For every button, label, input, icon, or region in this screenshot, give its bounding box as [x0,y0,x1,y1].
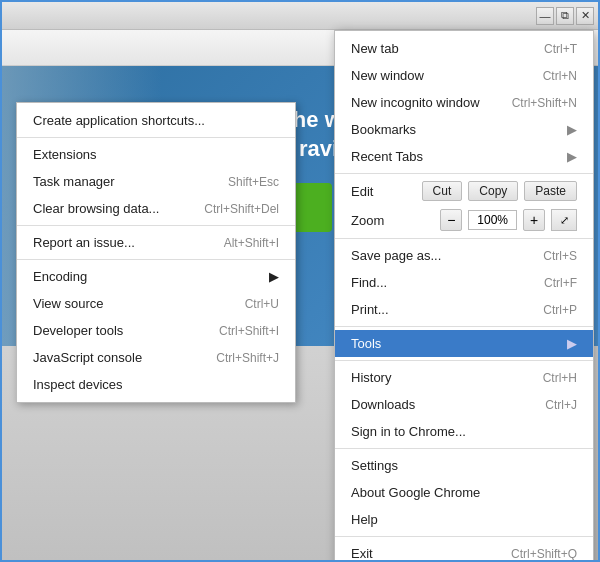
zoom-label: Zoom [351,213,384,228]
task-manager-label: Task manager [33,174,115,189]
exit-label: Exit [351,546,373,561]
new-window-item[interactable]: New window Ctrl+N [335,62,593,89]
recent-tabs-item[interactable]: Recent Tabs ▶ [335,143,593,170]
print-label: Print... [351,302,389,317]
history-shortcut: Ctrl+H [543,371,577,385]
new-incognito-label: New incognito window [351,95,480,110]
javascript-console-shortcut: Ctrl+Shift+J [216,351,279,365]
minimize-button[interactable]: — [536,7,554,25]
bookmarks-arrow-icon: ▶ [567,122,577,137]
find-item[interactable]: Find... Ctrl+F [335,269,593,296]
exit-shortcut: Ctrl+Shift+Q [511,547,577,561]
separator [17,137,295,138]
paste-button[interactable]: Paste [524,181,577,201]
clear-browsing-data-shortcut: Ctrl+Shift+Del [204,202,279,216]
restore-button[interactable]: ⧉ [556,7,574,25]
zoom-value: 100% [468,210,517,230]
zoom-out-button[interactable]: − [440,209,462,231]
about-chrome-item[interactable]: About Google Chrome [335,479,593,506]
new-incognito-item[interactable]: New incognito window Ctrl+Shift+N [335,89,593,116]
tools-item[interactable]: Tools ▶ [335,330,593,357]
new-tab-item[interactable]: New tab Ctrl+T [335,35,593,62]
edit-row: Edit Cut Copy Paste [335,177,593,205]
tools-arrow-icon: ▶ [567,336,577,351]
zoom-row: Zoom − 100% + ⤢ [335,205,593,235]
separator [335,326,593,327]
help-item[interactable]: Help [335,506,593,533]
developer-tools-label: Developer tools [33,323,123,338]
report-issue-item[interactable]: Report an issue... Alt+Shift+I [17,229,295,256]
report-issue-label: Report an issue... [33,235,135,250]
bookmarks-label: Bookmarks [351,122,416,137]
extensions-label: Extensions [33,147,97,162]
zoom-in-button[interactable]: + [523,209,545,231]
extensions-item[interactable]: Extensions [17,141,295,168]
separator [335,173,593,174]
new-tab-label: New tab [351,41,399,56]
settings-label: Settings [351,458,398,473]
save-page-shortcut: Ctrl+S [543,249,577,263]
create-application-shortcuts-label: Create application shortcuts... [33,113,205,128]
separator [335,448,593,449]
copy-button[interactable]: Copy [468,181,518,201]
developer-tools-shortcut: Ctrl+Shift+I [219,324,279,338]
bookmarks-item[interactable]: Bookmarks ▶ [335,116,593,143]
inspect-devices-item[interactable]: Inspect devices [17,371,295,398]
create-application-shortcuts-item[interactable]: Create application shortcuts... [17,107,295,134]
recent-tabs-label: Recent Tabs [351,149,423,164]
encoding-arrow-icon: ▶ [269,269,279,284]
downloads-label: Downloads [351,397,415,412]
tools-label: Tools [351,336,381,351]
new-window-label: New window [351,68,424,83]
encoding-label: Encoding [33,269,87,284]
save-page-item[interactable]: Save page as... Ctrl+S [335,242,593,269]
new-incognito-shortcut: Ctrl+Shift+N [512,96,577,110]
print-item[interactable]: Print... Ctrl+P [335,296,593,323]
title-bar: — ⧉ ✕ [2,2,598,30]
javascript-console-label: JavaScript console [33,350,142,365]
about-chrome-label: About Google Chrome [351,485,480,500]
separator [17,225,295,226]
sign-in-item[interactable]: Sign in to Chrome... [335,418,593,445]
javascript-console-item[interactable]: JavaScript console Ctrl+Shift+J [17,344,295,371]
downloads-shortcut: Ctrl+J [545,398,577,412]
report-issue-shortcut: Alt+Shift+I [224,236,279,250]
exit-item[interactable]: Exit Ctrl+Shift+Q [335,540,593,562]
tools-submenu: Create application shortcuts... Extensio… [16,102,296,403]
help-label: Help [351,512,378,527]
find-shortcut: Ctrl+F [544,276,577,290]
view-source-shortcut: Ctrl+U [245,297,279,311]
cut-button[interactable]: Cut [422,181,463,201]
separator [335,536,593,537]
developer-tools-item[interactable]: Developer tools Ctrl+Shift+I [17,317,295,344]
encoding-item[interactable]: Encoding ▶ [17,263,295,290]
task-manager-item[interactable]: Task manager Shift+Esc [17,168,295,195]
view-source-label: View source [33,296,104,311]
inspect-devices-label: Inspect devices [33,377,123,392]
new-tab-shortcut: Ctrl+T [544,42,577,56]
chrome-dropdown-menu: New tab Ctrl+T New window Ctrl+N New inc… [334,30,594,562]
print-shortcut: Ctrl+P [543,303,577,317]
separator [335,360,593,361]
separator [17,259,295,260]
edit-label: Edit [351,184,373,199]
downloads-item[interactable]: Downloads Ctrl+J [335,391,593,418]
view-source-item[interactable]: View source Ctrl+U [17,290,295,317]
clear-browsing-data-item[interactable]: Clear browsing data... Ctrl+Shift+Del [17,195,295,222]
close-button[interactable]: ✕ [576,7,594,25]
find-label: Find... [351,275,387,290]
zoom-fullscreen-button[interactable]: ⤢ [551,209,577,231]
settings-item[interactable]: Settings [335,452,593,479]
new-window-shortcut: Ctrl+N [543,69,577,83]
sign-in-label: Sign in to Chrome... [351,424,466,439]
save-page-label: Save page as... [351,248,441,263]
history-label: History [351,370,391,385]
clear-browsing-data-label: Clear browsing data... [33,201,159,216]
recent-tabs-arrow-icon: ▶ [567,149,577,164]
separator [335,238,593,239]
history-item[interactable]: History Ctrl+H [335,364,593,391]
browser-window: — ⧉ ✕ ☆ ≡ Suppo... Experience the w...in… [0,0,600,562]
task-manager-shortcut: Shift+Esc [228,175,279,189]
